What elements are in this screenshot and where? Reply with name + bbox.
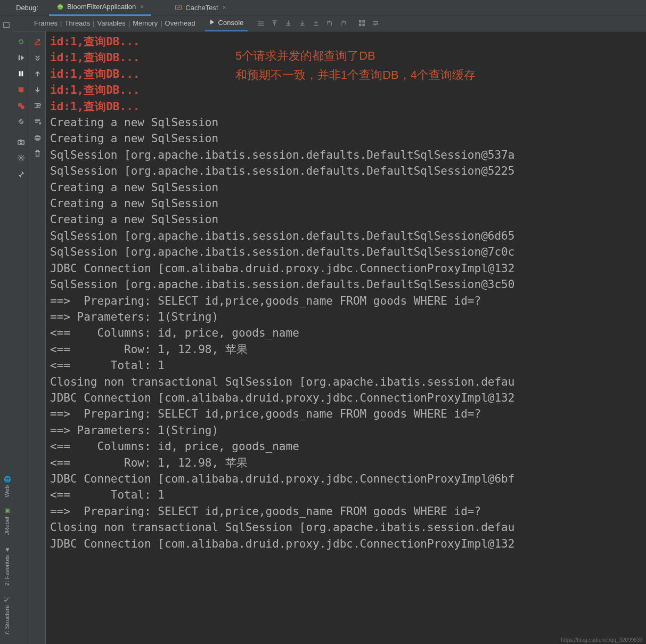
favorites-tool-tab[interactable]: 2: Favorites ★ <box>3 542 10 590</box>
svg-point-19 <box>20 141 22 143</box>
debug-tab-bar: Debug: BloomFilterApplication × CacheTes… <box>0 0 646 15</box>
svg-rect-6 <box>362 23 365 26</box>
mute-breakpoints-button[interactable] <box>13 113 29 129</box>
sliders-icon[interactable] <box>369 18 382 29</box>
rerun-button[interactable] <box>13 34 29 50</box>
test-icon <box>175 4 182 11</box>
star-icon: ★ <box>3 546 10 553</box>
svg-rect-1 <box>176 5 182 10</box>
watermark: https://blog.csdn.net/qq_32099833 <box>561 637 643 643</box>
softwrap-icon[interactable] <box>29 97 45 113</box>
annotation-2: 和预期不一致，并非1个查询DB，4个查询缓存 <box>235 66 476 85</box>
svg-rect-20 <box>19 139 21 140</box>
console-text: id:1,查询DB... id:1,查询DB... id:1,查询DB... i… <box>46 31 646 552</box>
svg-rect-3 <box>359 20 362 23</box>
up-arrow-icon[interactable] <box>29 66 45 81</box>
close-icon[interactable]: × <box>140 3 144 11</box>
svg-rect-10 <box>18 55 19 60</box>
trash-icon[interactable] <box>29 145 45 161</box>
svg-rect-4 <box>362 20 365 23</box>
globe-icon: 🌐 <box>3 476 10 483</box>
debug-label: Debug: <box>16 4 38 12</box>
svg-point-0 <box>58 4 63 10</box>
debug-tab-label: BloomFilterApplication <box>67 3 136 11</box>
svg-rect-23 <box>36 135 39 136</box>
console-tab-label: Console <box>218 19 244 27</box>
svg-rect-12 <box>21 71 23 76</box>
debug-tab-label: CacheTest <box>185 4 218 12</box>
pause-button[interactable] <box>13 66 29 81</box>
down-arrow-icon[interactable] <box>29 81 45 97</box>
svg-rect-11 <box>19 71 20 76</box>
svg-rect-5 <box>359 23 362 26</box>
svg-point-8 <box>377 22 378 24</box>
svg-point-7 <box>373 21 375 22</box>
close-icon[interactable]: × <box>223 4 226 11</box>
download-icon[interactable] <box>282 18 295 29</box>
web-tool-tab[interactable]: Web 🌐 <box>3 472 10 501</box>
run-toolbar <box>13 31 29 644</box>
console-output[interactable]: id:1,查询DB... id:1,查询DB... id:1,查询DB... i… <box>46 31 646 644</box>
structure-tool-tab[interactable]: 7: Structure ⎇ <box>3 592 10 640</box>
download2-icon[interactable] <box>296 18 308 29</box>
stepout-icon[interactable] <box>337 18 350 29</box>
grid-icon[interactable] <box>355 18 368 29</box>
console-toolbar <box>254 18 382 29</box>
stepover-icon[interactable] <box>323 18 336 29</box>
memory-tab[interactable]: Memory <box>133 19 158 27</box>
jrebel-tool-tab[interactable]: JRebel ▣ <box>3 503 10 539</box>
svg-point-9 <box>374 24 376 26</box>
threads-tab[interactable]: Threads <box>64 19 90 27</box>
upload-icon[interactable] <box>309 18 322 29</box>
console-tab[interactable]: Console <box>205 15 248 32</box>
print-icon[interactable] <box>29 129 45 145</box>
stop-button[interactable] <box>13 81 29 97</box>
left-vertical-tabs: Web 🌐 JRebel ▣ 2: Favorites ★ 7: Structu… <box>0 341 13 644</box>
frames-tab[interactable]: Frames <box>34 19 58 27</box>
scroll-down-icon[interactable] <box>29 50 45 66</box>
structure-icon: ⎇ <box>3 596 10 603</box>
debugger-tabs-row: Frames| Threads| Variables| Memory| Over… <box>13 15 646 31</box>
clear-all-icon[interactable] <box>29 34 45 50</box>
project-icon[interactable] <box>0 19 13 31</box>
overhead-tab[interactable]: Overhead <box>165 19 195 27</box>
jrebel-icon: ▣ <box>3 508 10 515</box>
variables-tab[interactable]: Variables <box>97 19 126 27</box>
svg-rect-2 <box>4 23 10 28</box>
filter-icon[interactable] <box>254 18 267 29</box>
scroll-to-end-icon[interactable] <box>29 113 45 129</box>
export-up-icon[interactable] <box>268 18 281 29</box>
debug-tab-cachetest[interactable]: CacheTest × <box>167 0 233 15</box>
breakpoints-button[interactable] <box>13 97 29 113</box>
console-icon <box>209 19 215 27</box>
svg-point-15 <box>21 105 24 109</box>
spring-icon <box>56 3 64 11</box>
resume-button[interactable] <box>13 50 29 66</box>
settings-button[interactable] <box>13 150 29 166</box>
svg-point-21 <box>20 157 22 159</box>
camera-button[interactable] <box>13 134 29 150</box>
annotation-1: 5个请求并发的都查询了DB <box>235 46 375 66</box>
console-gutter <box>29 31 46 644</box>
pin-button[interactable] <box>13 166 29 182</box>
debug-tab-bloomfilter[interactable]: BloomFilterApplication × <box>49 0 151 16</box>
svg-rect-13 <box>18 87 23 92</box>
